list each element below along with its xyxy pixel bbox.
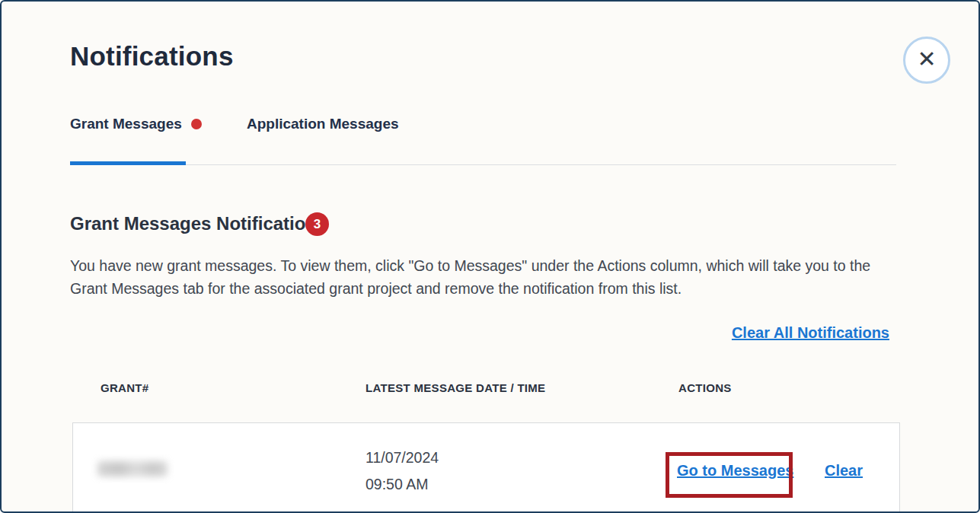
notifications-modal: Notifications ✕ Grant Messages Applicati…	[0, 0, 980, 513]
tab-grant-messages-label: Grant Messages	[70, 116, 182, 132]
section-description: You have new grant messages. To view the…	[70, 254, 902, 300]
column-header-grant: GRANT#	[101, 381, 148, 394]
latest-message-time: 09:50 AM	[366, 476, 428, 493]
clear-all-notifications-link[interactable]: Clear All Notifications	[732, 324, 889, 342]
grant-number-redacted	[97, 461, 168, 476]
unread-dot-icon	[191, 119, 202, 129]
page-title: Notifications	[70, 41, 234, 72]
notification-count-badge: 3	[305, 212, 329, 236]
section-heading: Grant Messages Notifications	[70, 213, 327, 234]
close-icon: ✕	[917, 48, 936, 71]
column-header-actions: ACTIONS	[678, 381, 732, 394]
tab-application-messages[interactable]: Application Messages	[247, 116, 399, 132]
latest-message-date: 11/07/2024	[366, 449, 439, 467]
tab-application-messages-label: Application Messages	[247, 116, 399, 132]
tab-divider	[70, 164, 896, 165]
clear-row-link[interactable]: Clear	[825, 462, 863, 480]
tab-grant-messages[interactable]: Grant Messages	[70, 116, 202, 132]
go-to-messages-link[interactable]: Go to Messages	[677, 462, 793, 480]
close-button[interactable]: ✕	[903, 37, 950, 84]
active-tab-indicator	[70, 161, 186, 165]
column-header-date-time: LATEST MESSAGE DATE / TIME	[366, 381, 545, 394]
